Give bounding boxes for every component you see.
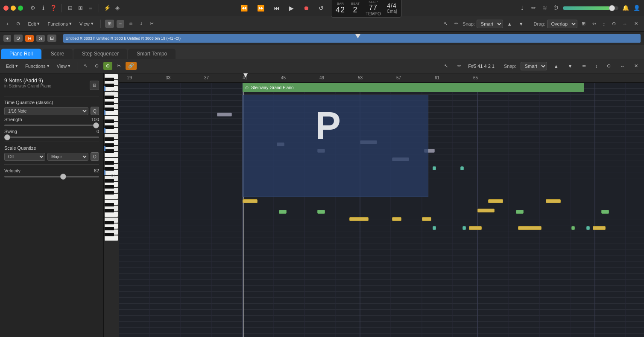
midi-note-19[interactable] <box>516 210 524 214</box>
midi-note-22[interactable] <box>529 226 542 230</box>
minimize-button[interactable] <box>11 6 16 11</box>
midi-note-7[interactable] <box>433 166 436 170</box>
close-button[interactable] <box>3 6 9 11</box>
strength-thumb[interactable] <box>93 122 99 128</box>
midi-note-16[interactable] <box>463 226 466 230</box>
view-menu[interactable]: View ▾ <box>77 20 96 28</box>
midi-note-10[interactable] <box>279 210 287 214</box>
midi-note-13[interactable] <box>392 217 401 221</box>
capture-record-button[interactable]: ⊙ <box>14 35 23 42</box>
h-button[interactable]: H <box>25 35 34 42</box>
cycle-button[interactable]: ↺ <box>316 4 326 12</box>
user-icon[interactable]: 👤 <box>633 4 641 12</box>
velocity-slider[interactable] <box>4 176 99 177</box>
drag-icon-6[interactable]: ✕ <box>632 20 641 28</box>
pr-snap-up[interactable]: ▲ <box>551 62 561 70</box>
q-button-2[interactable]: Q <box>91 152 99 161</box>
edit-menu[interactable]: Edit ▾ <box>25 20 42 28</box>
midi-note-18[interactable] <box>477 209 495 212</box>
screen-button[interactable]: ⊟ <box>47 35 56 42</box>
link-button[interactable]: ⧈ <box>127 20 135 28</box>
capture-button[interactable]: ⊙ <box>14 20 23 28</box>
scissors-tool-button[interactable]: ✂ <box>147 20 156 28</box>
info-icon[interactable]: ℹ <box>39 4 47 12</box>
swing-thumb[interactable] <box>4 134 10 140</box>
pr-green-button[interactable]: ⊕ <box>103 62 112 70</box>
tab-score[interactable]: Score <box>42 49 73 59</box>
drag-icon-5[interactable]: ↔ <box>620 20 630 28</box>
midi-note-9[interactable] <box>243 199 258 203</box>
settings-icon[interactable]: ⚙ <box>29 4 37 12</box>
swing-slider[interactable] <box>4 137 99 138</box>
piano-roll-area[interactable]: 29 33 37 41 45 49 53 57 61 65 <box>119 73 644 337</box>
tool-icon-1[interactable]: ⚡ <box>103 4 111 12</box>
pencil-icon[interactable]: ✏ <box>530 4 537 12</box>
midi-note-26[interactable] <box>546 199 561 203</box>
midi-note-24[interactable] <box>586 226 590 230</box>
pencil-tool[interactable]: ✏ <box>452 20 461 28</box>
pr-edit-menu[interactable]: Edit▾ <box>3 62 20 70</box>
help-icon[interactable]: ❓ <box>50 4 57 12</box>
drag-icon-2[interactable]: ⇔ <box>590 20 599 28</box>
midi-note-14[interactable] <box>422 217 431 221</box>
drag-icon-3[interactable]: ↕ <box>600 20 608 28</box>
midi-note-15[interactable] <box>433 226 436 230</box>
midi-note-11[interactable] <box>317 210 325 214</box>
note-icon[interactable]: ♩ <box>518 4 526 12</box>
skip-back-button[interactable]: ⏮ <box>272 4 282 12</box>
list-icon[interactable]: ≡ <box>87 4 94 12</box>
add-track-button[interactable]: + <box>3 20 11 28</box>
pr-record-tool[interactable]: ⊙ <box>92 62 101 70</box>
pr-pointer-tool[interactable]: ↖ <box>81 62 90 70</box>
midi-note-17[interactable] <box>469 226 482 230</box>
scale-off-select[interactable]: Off <box>4 153 45 161</box>
pr-pointer-2[interactable]: ↖ <box>442 62 451 70</box>
pr-link-button[interactable]: 🔗 <box>126 62 137 70</box>
pr-functions-menu[interactable]: Functions▾ <box>23 62 52 70</box>
pr-snap-select[interactable]: Smart <box>521 62 547 70</box>
pr-icon-3[interactable]: ⊙ <box>604 62 613 70</box>
note-tool-button[interactable]: ♩ <box>138 20 145 28</box>
snap-chevron-down[interactable]: ▼ <box>516 20 526 28</box>
fullscreen-button[interactable] <box>18 6 23 11</box>
drag-link-button[interactable]: ⊞ <box>579 20 588 28</box>
midi-note-23[interactable] <box>571 226 575 230</box>
pr-pencil-2[interactable]: ✏ <box>455 62 464 70</box>
play-button[interactable]: ▶ <box>287 4 296 12</box>
rewind-button[interactable]: ⏪ <box>238 4 250 12</box>
velocity-thumb[interactable] <box>60 174 66 180</box>
pr-icon-4[interactable]: ↔ <box>618 62 627 70</box>
s-button[interactable]: S <box>36 35 44 42</box>
panel-expand-button[interactable]: ⊟ <box>90 81 99 90</box>
pointer-tool[interactable]: ↖ <box>441 20 450 28</box>
tool-icon-2[interactable]: ◈ <box>114 4 121 12</box>
functions-menu[interactable]: Functions ▾ <box>45 20 74 28</box>
midi-note-25[interactable] <box>593 226 606 230</box>
list-view-button[interactable]: ≡ <box>117 20 124 28</box>
midi-note-8[interactable] <box>460 166 464 170</box>
bell-icon[interactable]: 🔔 <box>622 4 629 12</box>
grid-view-button[interactable]: ⊞ <box>105 20 114 28</box>
minimize-icon[interactable]: ⊟ <box>66 4 74 12</box>
snap-select[interactable]: Smart <box>477 20 503 28</box>
note-value-select[interactable]: 1/16 Note <box>4 107 88 115</box>
midi-note-1[interactable] <box>217 113 232 116</box>
volume-knob[interactable] <box>609 5 615 11</box>
drag-select[interactable]: Overlap <box>547 20 577 28</box>
midi-note-27[interactable] <box>601 210 609 214</box>
waveform-icon[interactable]: ≋ <box>541 4 548 12</box>
grid-icon[interactable]: ⊞ <box>76 4 84 12</box>
metronome-icon[interactable]: ⏱ <box>552 4 559 12</box>
record-button[interactable]: ⏺ <box>301 4 311 12</box>
pr-icon-1[interactable]: ⇔ <box>580 62 588 70</box>
pr-view-menu[interactable]: View▾ <box>54 62 73 70</box>
strength-slider[interactable] <box>4 125 99 126</box>
drag-icon-4[interactable]: ⊙ <box>609 20 618 28</box>
snap-chevron-up[interactable]: ▲ <box>505 20 515 28</box>
tab-step-sequencer[interactable]: Step Sequencer <box>73 49 127 59</box>
pr-scissors-tool[interactable]: ✂ <box>114 62 123 70</box>
tab-smart-tempo[interactable]: Smart Tempo <box>128 49 176 59</box>
pr-icon-5[interactable]: ✕ <box>632 62 641 70</box>
volume-slider[interactable] <box>563 6 618 10</box>
midi-note-20[interactable] <box>488 199 503 203</box>
